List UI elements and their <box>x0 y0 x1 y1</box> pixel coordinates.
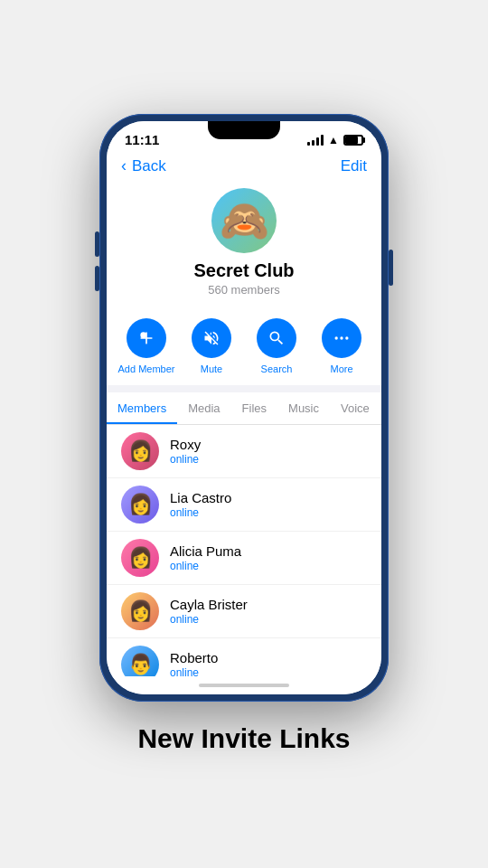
status-icons: ▲ <box>307 134 363 146</box>
group-name: Secret Club <box>193 260 294 281</box>
svg-point-0 <box>140 332 146 338</box>
phone-screen: 11:11 ▲ ‹ Back <box>107 121 381 694</box>
search-icon <box>257 318 296 358</box>
member-status: online <box>170 666 367 676</box>
home-indicator <box>107 676 381 694</box>
list-item[interactable]: 👩 Alicia Puma online <box>107 532 381 585</box>
member-name: Roberto <box>170 650 367 665</box>
tab-voice[interactable]: Voice <box>330 392 380 424</box>
avatar: 👩 <box>121 592 159 630</box>
vol-up-button <box>95 231 99 257</box>
list-item[interactable]: 👩 Roxy online <box>107 425 381 478</box>
list-item[interactable]: 👩 Lia Castro online <box>107 478 381 532</box>
svg-point-1 <box>335 336 338 339</box>
tabs: Members Media Files Music Voice Lin… <box>107 392 381 425</box>
tab-files[interactable]: Files <box>231 392 277 424</box>
list-item[interactable]: 👨 Roberto online <box>107 638 381 676</box>
members-count: 560 members <box>208 283 279 297</box>
mute-label: Mute <box>201 363 222 374</box>
back-label: Back <box>132 157 166 175</box>
phone-frame: 11:11 ▲ ‹ Back <box>99 114 389 702</box>
more-icon <box>322 318 361 358</box>
group-emoji: 🙈 <box>220 197 269 244</box>
power-button <box>389 250 393 286</box>
member-status: online <box>170 560 367 572</box>
more-label: More <box>330 363 352 374</box>
svg-point-3 <box>345 336 348 339</box>
divider <box>107 385 381 392</box>
wifi-icon: ▲ <box>328 134 339 146</box>
member-name: Lia Castro <box>170 490 367 505</box>
add-member-icon <box>127 318 166 358</box>
avatar: 👩 <box>121 432 159 470</box>
vol-down-button <box>95 266 99 291</box>
edit-button[interactable]: Edit <box>341 157 367 175</box>
search-button[interactable]: Search <box>248 318 305 374</box>
svg-point-2 <box>340 336 343 339</box>
page-title: New Invite Links <box>137 723 350 754</box>
avatar: 👩 <box>121 486 159 524</box>
mute-icon <box>192 318 231 358</box>
add-member-label: Add Member <box>118 363 175 374</box>
group-avatar: 🙈 <box>211 188 277 253</box>
more-button[interactable]: More <box>313 318 371 374</box>
signal-icon <box>307 135 324 146</box>
nav-bar: ‹ Back Edit <box>107 151 381 181</box>
tab-members[interactable]: Members <box>107 392 177 424</box>
avatar: 👨 <box>121 646 159 676</box>
notch <box>190 121 298 146</box>
tab-music[interactable]: Music <box>277 392 330 424</box>
search-label: Search <box>261 363 293 374</box>
tab-links[interactable]: Lin… <box>380 392 381 424</box>
member-name: Cayla Brister <box>170 597 367 612</box>
status-time: 11:11 <box>125 132 159 147</box>
mute-button[interactable]: Mute <box>183 318 240 374</box>
list-item[interactable]: 👩 Cayla Brister online <box>107 585 381 638</box>
back-button[interactable]: ‹ Back <box>121 156 166 175</box>
action-buttons: Add Member Mute Search <box>107 307 381 385</box>
profile-section: 🙈 Secret Club 560 members <box>107 181 381 307</box>
member-name: Alicia Puma <box>170 543 367 559</box>
member-name: Roxy <box>170 437 367 452</box>
add-member-button[interactable]: Add Member <box>117 318 175 374</box>
battery-icon <box>343 135 363 146</box>
chevron-left-icon: ‹ <box>121 156 127 175</box>
avatar: 👩 <box>121 539 159 577</box>
home-bar <box>199 684 289 687</box>
member-status: online <box>170 453 367 466</box>
tab-media[interactable]: Media <box>177 392 230 424</box>
member-status: online <box>170 506 367 519</box>
members-list: 👩 Roxy online 👩 Lia Castro online 👩 Alic… <box>107 425 381 676</box>
member-status: online <box>170 613 367 626</box>
